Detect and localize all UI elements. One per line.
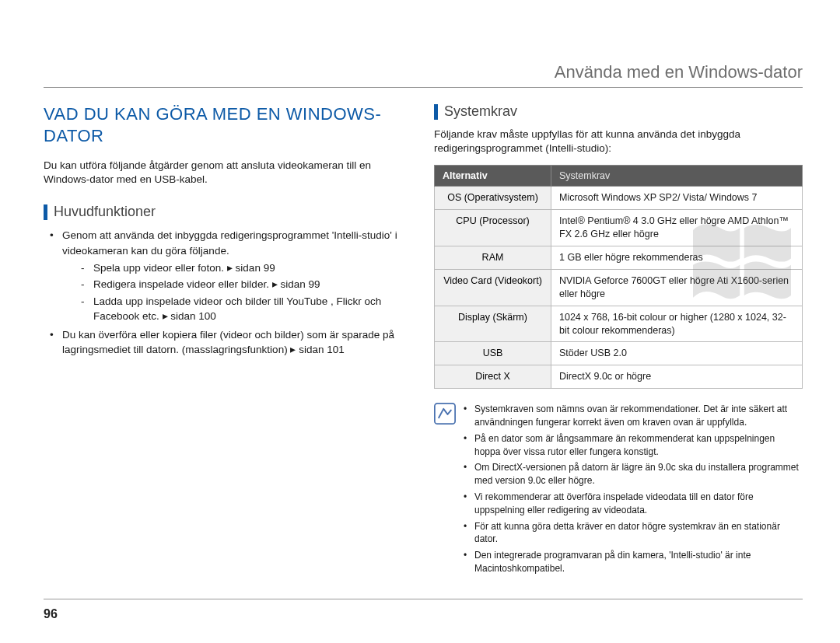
main-functions-list: Genom att använda det inbyggda redigerin… — [44, 228, 412, 358]
notes-box: Systemkraven som nämns ovan är rekommend… — [434, 403, 803, 578]
requirements-intro: Följande krav måste uppfyllas för att ku… — [434, 128, 803, 156]
chapter-heading: Använda med en Windows-dator — [44, 62, 803, 88]
table-row: USB Stöder USB 2.0 — [435, 342, 803, 365]
req-val: Intel® Pentium® 4 3.0 GHz eller högre AM… — [551, 210, 803, 246]
left-column: VAD DU KAN GÖRA MED EN WINDOWS-DATOR Du … — [44, 103, 412, 578]
note-item: Den integrerade programvaran på din kame… — [464, 549, 803, 575]
note-icon — [434, 403, 456, 578]
req-val: DirectX 9.0c or högre — [551, 365, 803, 389]
list-text: Genom att använda det inbyggda redigerin… — [62, 229, 397, 257]
req-val: Microsoft Windows XP SP2/ Vista/ Windows… — [551, 187, 803, 210]
req-alt: Display (Skärm) — [435, 306, 551, 342]
th-systemkrav: Systemkrav — [551, 166, 803, 187]
footer-rule — [44, 599, 803, 599]
section-title: VAD DU KAN GÖRA MED EN WINDOWS-DATOR — [44, 103, 412, 146]
req-alt: CPU (Processor) — [435, 210, 551, 246]
table-row: OS (Operativsystem) Microsoft Windows XP… — [435, 187, 803, 210]
svg-rect-0 — [435, 404, 455, 424]
req-val: NVIDIA Geforce 7600GT eller högre Ati X1… — [551, 269, 803, 306]
th-alternativ: Alternativ — [435, 166, 551, 187]
note-item: På en dator som är långsammare än rekomm… — [464, 432, 803, 459]
req-alt: Direct X — [435, 365, 551, 389]
req-alt: OS (Operativsystem) — [435, 187, 551, 210]
note-item: Systemkraven som nämns ovan är rekommend… — [464, 403, 803, 429]
req-val: 1 GB eller högre rekommenderas — [551, 246, 803, 270]
req-alt: RAM — [435, 246, 551, 270]
req-val: 1024 x 768, 16-bit colour or higher (128… — [551, 306, 803, 342]
table-row: CPU (Processor) Intel® Pentium® 4 3.0 GH… — [435, 210, 803, 246]
subhead-systemkrav: Systemkrav — [434, 103, 803, 120]
note-item: För att kunna göra detta kräver en dator… — [464, 520, 803, 547]
req-alt: USB — [435, 342, 551, 365]
intro-text: Du kan utföra följande åtgärder genom at… — [44, 159, 412, 187]
table-row: Video Card (Videokort) NVIDIA Geforce 76… — [435, 269, 803, 306]
sub-item: Redigera inspelade videor eller bilder. … — [81, 277, 412, 292]
right-column: Systemkrav Följande krav måste uppfyllas… — [434, 103, 803, 578]
page-number: 96 — [44, 607, 58, 621]
note-item: Vi rekommenderar att överföra inspelade … — [464, 491, 803, 517]
notes-list: Systemkraven som nämns ovan är rekommend… — [464, 403, 803, 578]
sub-item: Ladda upp inspelade videor och bilder ti… — [81, 294, 412, 324]
table-row: RAM 1 GB eller högre rekommenderas — [435, 246, 803, 270]
table-row: Display (Skärm) 1024 x 768, 16-bit colou… — [435, 306, 803, 342]
req-alt: Video Card (Videokort) — [435, 269, 551, 306]
req-val: Stöder USB 2.0 — [551, 342, 803, 365]
note-item: Om DirectX-versionen på datorn är lägre … — [464, 461, 803, 487]
list-item: Genom att använda det inbyggda redigerin… — [50, 228, 412, 323]
table-row: Direct X DirectX 9.0c or högre — [435, 365, 803, 389]
subhead-label: Systemkrav — [444, 103, 517, 120]
requirements-table: Alternativ Systemkrav OS (Operativsystem… — [434, 165, 803, 389]
sub-item: Spela upp videor eller foton. ▸ sidan 99 — [81, 260, 412, 276]
subhead-main-functions: Huvudfunktioner — [44, 204, 412, 220]
subhead-label: Huvudfunktioner — [54, 204, 156, 220]
list-item: Du kan överföra eller kopiera filer (vid… — [50, 327, 412, 358]
